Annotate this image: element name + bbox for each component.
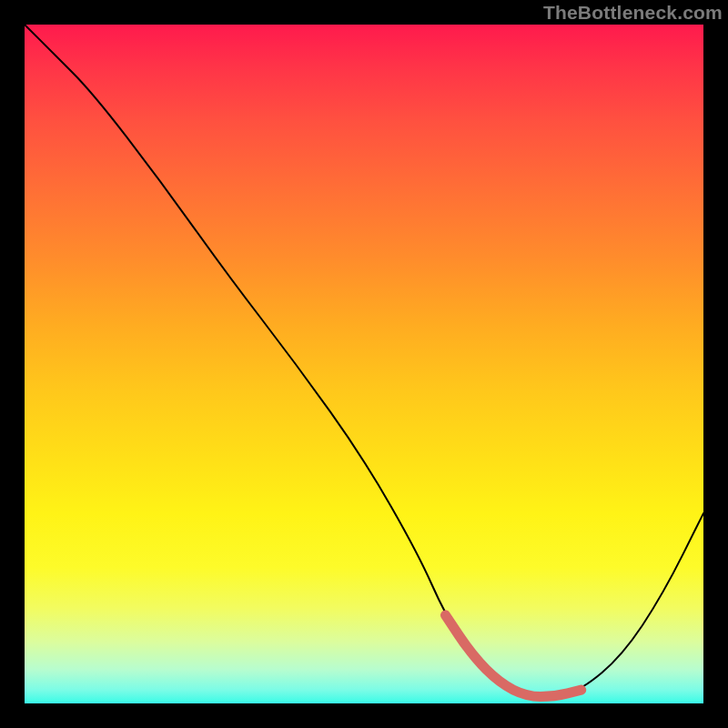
curve-layer	[25, 25, 703, 703]
watermark-text: TheBottleneck.com	[543, 2, 723, 24]
sweet-spot-highlight	[446, 615, 581, 697]
bottleneck-curve	[25, 25, 703, 697]
plot-area	[25, 25, 703, 703]
chart-frame: TheBottleneck.com	[0, 0, 728, 728]
